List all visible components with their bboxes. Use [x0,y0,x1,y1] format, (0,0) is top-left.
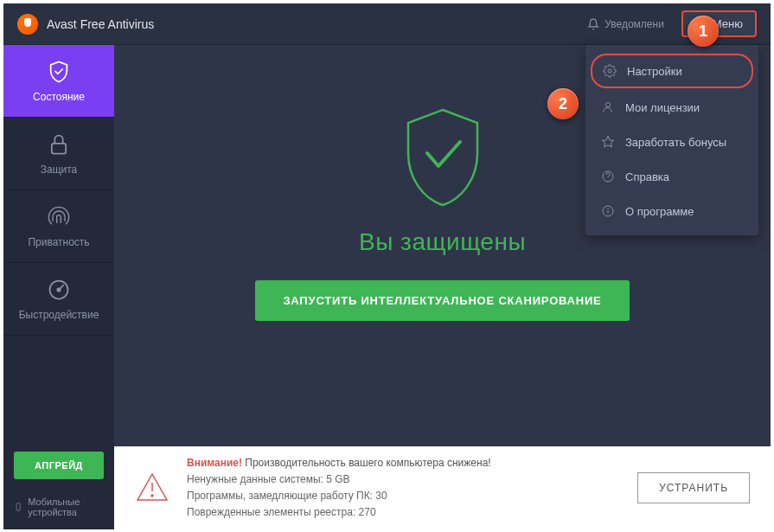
sidebar: Состояние Защита Приватность Быстродейст… [3,45,114,529]
bell-icon [587,18,599,30]
svg-rect-6 [16,503,20,511]
gauge-icon [47,278,71,302]
status-title: Вы защищены [359,228,526,256]
sidebar-item-label: Состояние [33,91,85,103]
gear-icon [603,64,617,78]
mobile-label: Мобильные устройства [28,497,104,517]
svg-rect-3 [52,143,66,153]
notifications-label: Уведомлени [604,18,664,30]
callout-2: 2 [547,88,579,119]
banner-warning-prefix: Внимание! [187,457,242,469]
topbar: Avast Free Antivirus Уведомлени Меню [3,3,771,45]
status-shield [400,106,486,213]
shield-check-icon [47,60,71,84]
dropdown-item-bonuses[interactable]: Заработать бонусы [585,125,758,159]
sidebar-item-protection[interactable]: Защита [3,118,114,190]
brand-title: Avast Free Antivirus [47,17,154,31]
lock-icon [47,132,71,157]
banner-warning-text: Производительность вашего компьютера сни… [242,457,491,469]
dropdown-item-about[interactable]: О программе [585,194,758,228]
callout-1: 1 [688,16,719,47]
fingerprint-icon [47,205,71,229]
fix-button[interactable]: УСТРАНИТЬ [637,472,750,503]
svg-point-5 [57,288,61,292]
question-icon [601,170,615,183]
banner-text: Внимание! Производительность вашего комп… [187,455,620,522]
dropdown-item-settings[interactable]: Настройки [591,54,753,88]
dropdown-label: Справка [625,170,669,183]
info-icon [601,204,615,218]
menu-dropdown: Настройки Мои лицензии Заработать бонусы… [585,45,758,235]
dropdown-item-help[interactable]: Справка [585,159,758,194]
scan-button[interactable]: ЗАПУСТИТЬ ИНТЕЛЛЕКТУАЛЬНОЕ СКАНИРОВАНИЕ [255,280,629,321]
sidebar-item-privacy[interactable]: Приватность [3,190,114,263]
warning-icon [135,471,170,505]
svg-point-14 [608,208,609,209]
brand: Avast Free Antivirus [17,14,154,35]
sidebar-item-label: Защита [41,163,78,176]
banner-line-2: Программы, замедляющие работу ПК: 30 [187,488,620,504]
svg-point-9 [605,103,610,107]
performance-banner: Внимание! Производительность вашего комп… [114,446,771,529]
upgrade-button[interactable]: АПГРЕЙД [14,452,104,479]
svg-point-8 [608,69,611,73]
dropdown-label: Настройки [627,65,682,78]
banner-line-3: Поврежденные элементы реестра: 270 [187,504,620,521]
star-icon [601,135,615,149]
avast-logo-icon [17,14,38,35]
notifications-button[interactable]: Уведомлени [577,13,675,35]
banner-line-1: Ненужные данные системы: 5 GB [187,471,620,488]
svg-marker-10 [602,136,613,147]
dropdown-label: Мои лицензии [625,101,700,114]
sidebar-spacer [3,336,114,443]
mobile-icon [14,501,22,513]
dropdown-item-licenses[interactable]: Мои лицензии [585,90,758,125]
sidebar-item-label: Приватность [28,236,89,248]
sidebar-item-label: Быстродействие [19,309,99,321]
user-icon [601,100,615,114]
dropdown-label: О программе [625,205,694,218]
shield-icon [400,106,486,209]
svg-point-16 [151,495,153,497]
sidebar-item-status[interactable]: Состояние [3,45,114,118]
mobile-devices-link[interactable]: Мобильные устройства [3,488,114,529]
sidebar-item-performance[interactable]: Быстродействие [3,263,114,336]
app-window: Avast Free Antivirus Уведомлени Меню Сос… [3,3,771,529]
dropdown-label: Заработать бонусы [625,136,726,149]
topbar-actions: Уведомлени Меню [577,10,757,37]
banner-title: Внимание! Производительность вашего комп… [187,455,620,471]
